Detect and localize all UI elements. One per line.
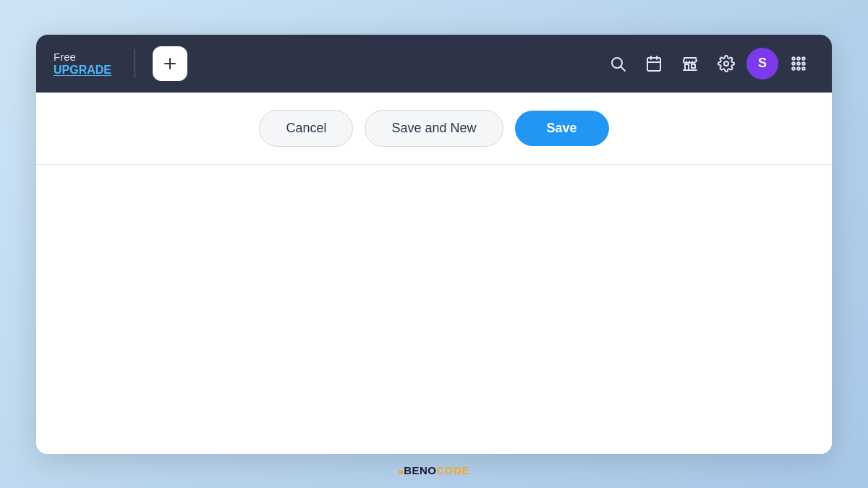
svg-point-11 [724, 61, 728, 66]
settings-icon [718, 55, 735, 72]
svg-point-13 [797, 57, 800, 60]
user-avatar-button[interactable]: S [746, 48, 778, 80]
svg-rect-4 [647, 58, 660, 71]
main-content-area [36, 165, 832, 454]
navbar: Free UPGRADE [36, 35, 832, 93]
brand-free-label: Free [54, 51, 76, 64]
svg-point-14 [802, 57, 805, 60]
svg-point-17 [802, 62, 805, 65]
search-button[interactable] [602, 48, 634, 80]
calendar-button[interactable] [638, 48, 670, 80]
svg-point-12 [792, 57, 795, 60]
svg-point-16 [797, 62, 800, 65]
svg-point-18 [792, 67, 795, 70]
svg-point-20 [802, 67, 805, 70]
save-and-new-button[interactable]: Save and New [365, 110, 503, 147]
footer-dot [399, 470, 403, 474]
footer-logo: BENOCODE [399, 464, 469, 476]
svg-rect-9 [692, 64, 695, 68]
action-toolbar: Cancel Save and New Save [36, 93, 832, 165]
avatar-letter: S [758, 56, 767, 71]
brand-section: Free UPGRADE [54, 51, 111, 77]
page-footer: BENOCODE [399, 464, 469, 476]
cancel-button[interactable]: Cancel [259, 110, 353, 147]
search-icon [609, 55, 626, 72]
footer-logo-beno: BENO [404, 464, 436, 476]
app-container: Free UPGRADE [36, 35, 832, 454]
nav-divider [135, 49, 135, 78]
content-area: Cancel Save and New Save [36, 93, 832, 454]
svg-point-15 [792, 62, 795, 65]
svg-rect-8 [685, 64, 689, 70]
settings-button[interactable] [710, 48, 742, 80]
footer-logo-code: CODE [437, 464, 469, 476]
plus-icon [161, 55, 179, 72]
apps-grid-button[interactable] [783, 48, 814, 80]
nav-icons-right: S [602, 48, 814, 80]
calendar-icon [645, 55, 663, 72]
store-button[interactable] [674, 48, 706, 80]
save-button[interactable]: Save [515, 111, 609, 146]
store-icon [681, 55, 699, 72]
grid-icon [790, 55, 807, 72]
svg-line-3 [621, 67, 626, 71]
add-new-button[interactable] [153, 46, 187, 81]
svg-point-19 [797, 67, 800, 70]
brand-upgrade-link[interactable]: UPGRADE [54, 64, 111, 77]
